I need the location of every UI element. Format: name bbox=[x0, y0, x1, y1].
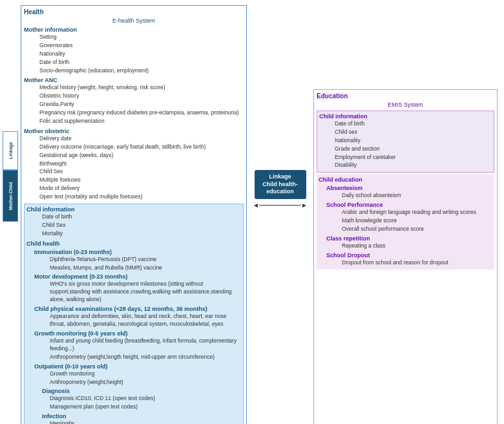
linkage-area: Linkage Child health-education ◄ ► bbox=[249, 5, 311, 424]
growth-header: Growth monitoring (0-5 years old) bbox=[26, 330, 241, 337]
edu-system: EMIS System bbox=[317, 101, 494, 108]
health-system: E-health System bbox=[24, 17, 244, 24]
item: WHO's six gross motor development milest… bbox=[26, 281, 241, 304]
item: Math knowlegde score bbox=[319, 217, 492, 225]
linkage-button[interactable]: Linkage Child health-education bbox=[255, 170, 306, 199]
physical-exam-header: Child physical examinations (<28 days, 1… bbox=[26, 306, 241, 312]
item: Grade and section bbox=[319, 145, 492, 153]
item: Governorates bbox=[24, 42, 244, 50]
item: Dropout from school and reason for dropo… bbox=[319, 259, 492, 267]
item: Delivery outcome (miscarriage, early foe… bbox=[24, 143, 244, 151]
outpatient-header: Outpatient (0-10 years old) bbox=[26, 363, 241, 370]
class-rep-header: Class repetition bbox=[319, 235, 492, 242]
item: Child Sex bbox=[24, 168, 244, 176]
health-panel: Health E-health System Mother informatio… bbox=[21, 5, 247, 424]
arrow-line: ◄ ► bbox=[253, 202, 308, 209]
item: Date of birth bbox=[319, 120, 492, 128]
child-info-section: Child information Date of birth Child Se… bbox=[24, 204, 244, 424]
absenteeism-header: Absenteeism bbox=[319, 185, 492, 191]
linkage-line1: Linkage bbox=[260, 173, 301, 181]
item: Open text (mortality and multiple foetus… bbox=[24, 193, 244, 201]
item: Measles, Mumps, and Rubella (MMR) vaccin… bbox=[26, 264, 241, 272]
school-dropout-header: School Dropout bbox=[319, 252, 492, 259]
item: Obstetric history bbox=[24, 92, 244, 100]
edu-child-info: Child information Date of birth Child se… bbox=[317, 111, 494, 173]
item: Diphtheria-Tetanus-Pertussis (DPT) vacci… bbox=[26, 256, 241, 264]
linkage-line2: Child health-education bbox=[260, 181, 301, 196]
item: Daily school absenteism bbox=[319, 192, 492, 200]
item: Mode of delivery bbox=[24, 185, 244, 193]
item: Setting bbox=[24, 34, 244, 41]
item: Appearance and deformities, skin, head a… bbox=[26, 313, 241, 328]
item: Anthropometry (weight,height) bbox=[26, 379, 241, 387]
item: Anthropometry (weight,length height, mid… bbox=[26, 354, 241, 361]
edu-title: Education bbox=[317, 92, 494, 100]
school-perf-header: School Performance bbox=[319, 202, 492, 208]
item: Date of birth bbox=[26, 213, 241, 221]
item: Disability bbox=[319, 162, 492, 169]
item: Employment of caretaker bbox=[319, 154, 492, 162]
immunisation-header: Immunisation (0-23 months) bbox=[26, 249, 241, 255]
item: Management plan (open text codes) bbox=[26, 403, 241, 411]
item: Folic acid supplementation bbox=[24, 118, 244, 125]
item: Infant and young child feeding (breastfe… bbox=[26, 337, 241, 353]
edu-child-edu: Child education Absenteeism Daily school… bbox=[317, 175, 494, 269]
item: Mortality bbox=[26, 230, 241, 238]
item: Arabic and foreign language reading and … bbox=[319, 209, 492, 217]
repeating-class-item: Repeating a class bbox=[319, 242, 492, 250]
item: Nationality bbox=[319, 137, 492, 145]
mother-anc-header: Mother ANC bbox=[24, 77, 244, 83]
item: Child sex bbox=[319, 129, 492, 136]
edu-child-edu-header: Child education bbox=[319, 176, 492, 183]
item: Meningitis bbox=[26, 420, 241, 424]
item: Date of birth bbox=[24, 59, 244, 67]
edu-child-info-header: Child information bbox=[319, 113, 492, 120]
item: Nationality bbox=[24, 50, 244, 58]
health-title: Health bbox=[24, 8, 244, 16]
education-panel: Education EMIS System Child information … bbox=[313, 89, 498, 424]
item: Multiple foetuses bbox=[24, 176, 244, 184]
item: Gestational age (weeks, days) bbox=[24, 152, 244, 160]
diagnosis-header: Diagnosis bbox=[26, 388, 241, 394]
item: Birthweight bbox=[24, 160, 244, 168]
mother-obstetric-header: Mother obstetric bbox=[24, 128, 244, 134]
mother-info-header: Mother information bbox=[24, 26, 244, 33]
side-label-linkage: Linkage bbox=[3, 131, 18, 170]
item: Overall school performance score bbox=[319, 226, 492, 233]
item: Pregnancy risk (pregnancy induced diabet… bbox=[24, 109, 244, 117]
item: Gravida,Parity bbox=[24, 101, 244, 109]
item: Medical history (weight, height, smoking… bbox=[24, 84, 244, 92]
side-label-mother-child: Mother-Child bbox=[3, 170, 18, 222]
motor-dev-header: Motor development (0-23 months) bbox=[26, 273, 241, 280]
item: Child Sex bbox=[26, 222, 241, 229]
child-info-header: Child information bbox=[26, 206, 241, 213]
item: Delivery date bbox=[24, 135, 244, 143]
infection-header: Infection bbox=[26, 413, 241, 419]
child-health-header: Child health bbox=[26, 240, 241, 247]
item: Socio-demographic (education, employment… bbox=[24, 67, 244, 75]
item: Diagnosis ICD10, ICD 11 (open text codes… bbox=[26, 395, 241, 403]
item: Growth monitoring bbox=[26, 370, 241, 378]
